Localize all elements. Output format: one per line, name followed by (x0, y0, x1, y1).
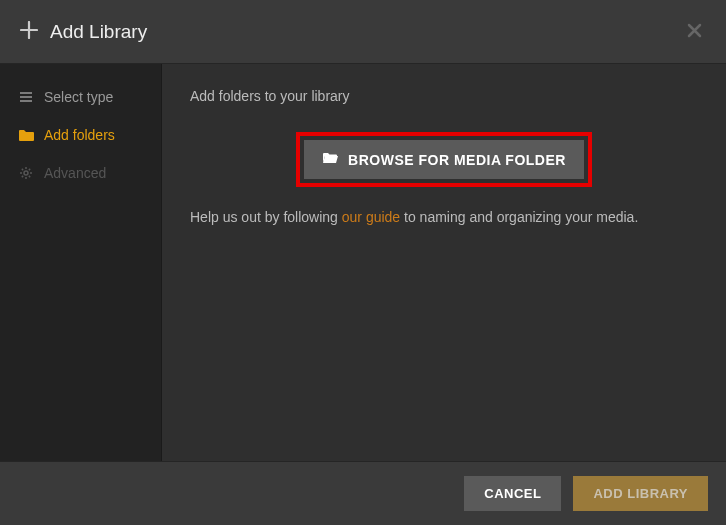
cancel-button[interactable]: CANCEL (464, 476, 561, 511)
help-text: Help us out by following our guide to na… (190, 209, 698, 225)
close-icon[interactable] (683, 16, 706, 47)
browse-media-folder-button[interactable]: BROWSE FOR MEDIA FOLDER (304, 140, 584, 179)
sidebar-item-select-type[interactable]: Select type (0, 78, 161, 116)
folder-icon (18, 129, 34, 142)
svg-point-0 (24, 171, 28, 175)
sidebar-item-label: Advanced (44, 165, 106, 181)
folder-open-icon (322, 151, 338, 168)
add-library-modal: Add Library Select type Add folders (0, 0, 726, 525)
modal-title: Add Library (50, 21, 147, 43)
guide-link[interactable]: our guide (342, 209, 400, 225)
sidebar-item-advanced[interactable]: Advanced (0, 154, 161, 192)
browse-wrap: BROWSE FOR MEDIA FOLDER (190, 132, 698, 187)
modal-header: Add Library (0, 0, 726, 64)
sidebar-item-label: Select type (44, 89, 113, 105)
plus-icon (20, 21, 38, 43)
list-icon (18, 90, 34, 104)
sidebar-item-label: Add folders (44, 127, 115, 143)
sidebar-item-add-folders[interactable]: Add folders (0, 116, 161, 154)
help-prefix: Help us out by following (190, 209, 342, 225)
highlight-box: BROWSE FOR MEDIA FOLDER (296, 132, 592, 187)
modal-footer: CANCEL ADD LIBRARY (0, 461, 726, 525)
header-left: Add Library (20, 21, 147, 43)
add-library-button[interactable]: ADD LIBRARY (573, 476, 708, 511)
sidebar: Select type Add folders Advanced (0, 64, 162, 461)
modal-body: Select type Add folders Advanced Add fol… (0, 64, 726, 461)
gear-icon (18, 166, 34, 180)
help-suffix: to naming and organizing your media. (400, 209, 638, 225)
browse-button-label: BROWSE FOR MEDIA FOLDER (348, 152, 566, 168)
main-panel: Add folders to your library BROWSE FOR M… (162, 64, 726, 461)
instruction-text: Add folders to your library (190, 88, 698, 104)
